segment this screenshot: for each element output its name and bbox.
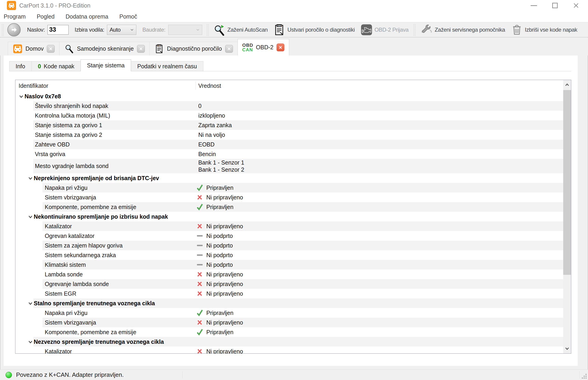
cross-icon bbox=[195, 193, 204, 202]
subtab-label: Kode napak bbox=[44, 63, 74, 70]
table-row[interactable]: Komponente, pomembne za emisijePripravlj… bbox=[15, 327, 563, 337]
connection-led-icon bbox=[5, 372, 12, 378]
table-row[interactable]: Mesto vgradnje lambda sondBank 1 - Senzo… bbox=[15, 159, 563, 173]
identifier-label: Stalno spremljanje trenutnega voznega ci… bbox=[34, 300, 155, 307]
maximize-button[interactable] bbox=[544, 0, 566, 11]
address-input[interactable] bbox=[47, 25, 69, 35]
identifier-label: Vrsta goriva bbox=[35, 151, 65, 157]
value-text: Ni pripravljeno bbox=[206, 223, 243, 230]
table-row[interactable]: Lambda sondeNi pripravljeno bbox=[15, 269, 563, 279]
scroll-up-button[interactable] bbox=[563, 80, 571, 90]
tree-chevron-icon[interactable] bbox=[27, 301, 33, 306]
identifier-label: Nekontinuirano spremljanje po izbrisu ko… bbox=[34, 213, 168, 220]
menu-item-pomoč[interactable]: Pomoč bbox=[119, 13, 137, 20]
value-cell: Ni podprto bbox=[195, 260, 563, 269]
identifier-label: Katalizator bbox=[45, 348, 72, 354]
tab-close-button[interactable] bbox=[225, 45, 233, 53]
table-row[interactable]: KatalizatorNi pripravljeno bbox=[15, 221, 563, 231]
value-cell: izklopljeno bbox=[195, 112, 563, 119]
cross-icon bbox=[195, 222, 204, 230]
close-button[interactable] bbox=[566, 0, 587, 11]
table-row[interactable]: Neprekinjeno spremljanje od brisanja DTC… bbox=[15, 173, 563, 183]
table-row[interactable]: Sistem vbrizgavanjaNi pripravljeno bbox=[15, 318, 563, 327]
autoscan-button[interactable]: Zaženi AutoScan bbox=[211, 23, 270, 37]
subtab-stanje-sistema[interactable]: Stanje sistema bbox=[81, 59, 131, 71]
chevron-up-icon bbox=[565, 82, 570, 88]
column-divider[interactable] bbox=[195, 81, 196, 90]
table-row[interactable]: Naslov 0x7e8 bbox=[15, 92, 563, 101]
identifier-label: Število shranjenih kod napak bbox=[35, 103, 108, 109]
tab-close-button[interactable] bbox=[137, 45, 145, 53]
tree-chevron-icon[interactable] bbox=[27, 175, 33, 181]
obd2-tab-page: Info0Kode napakStanje sistemaPodatki v r… bbox=[4, 56, 578, 366]
table-row[interactable]: Sistem sekundarnega zrakaNi podprto bbox=[15, 250, 563, 260]
scrollbar-thumb[interactable] bbox=[563, 90, 571, 275]
table-row[interactable]: KatalizatorNi pripravljeno bbox=[15, 346, 563, 354]
tab-close-button[interactable] bbox=[47, 45, 55, 53]
value-text: Pripravljen bbox=[206, 310, 233, 316]
obd2-login-button[interactable]: OBD-2 Prijava bbox=[358, 23, 411, 37]
dash-icon bbox=[195, 231, 204, 240]
status-message: Povezano z K+CAN. Adapter pripravljen. bbox=[16, 371, 124, 378]
tree-chevron-icon[interactable] bbox=[27, 339, 33, 344]
table-row[interactable]: Stanje sistema za gorivo 1Zaprta zanka bbox=[15, 120, 563, 130]
bus-select[interactable]: Auto bbox=[107, 25, 136, 35]
menu-item-dodatna-oprema[interactable]: Dodatna oprema bbox=[66, 13, 108, 20]
resize-grip[interactable] bbox=[582, 374, 587, 379]
tab-domov[interactable]: Domov bbox=[8, 42, 60, 56]
menu-item-pogled[interactable]: Pogled bbox=[37, 13, 55, 20]
table-row[interactable]: Napaka pri vžiguPripravljen bbox=[15, 308, 563, 318]
subtab-kode-napak[interactable]: 0Kode napak bbox=[31, 61, 81, 71]
tree-chevron-icon[interactable] bbox=[27, 214, 33, 219]
table-row[interactable]: Ogrevan katalizatorNi podprto bbox=[15, 231, 563, 241]
identifier-label: Lambda sonde bbox=[45, 271, 83, 278]
table-row[interactable]: Stanje sistema za gorivo 2Ni na voljo bbox=[15, 130, 563, 140]
clear-fault-codes-button[interactable]: Izbriši vse kode napak bbox=[508, 23, 580, 37]
tab-close-button[interactable] bbox=[276, 43, 284, 51]
menubar: ProgramPogledDodatna opremaPomoč bbox=[0, 11, 588, 22]
connect-arrow-button[interactable] bbox=[7, 23, 21, 37]
table-row[interactable]: Ogrevanje lambda sondeNi pripravljeno bbox=[15, 279, 563, 289]
tree-chevron-icon[interactable] bbox=[18, 94, 24, 99]
table-row[interactable]: Sistem EGRNi pripravljeno bbox=[15, 289, 563, 298]
identifier-cell: Klimatski sistem bbox=[15, 262, 195, 268]
value-cell: Pripravljen bbox=[195, 328, 563, 337]
table-row[interactable]: Nekontinuirano spremljanje po izbrisu ko… bbox=[15, 212, 563, 221]
vertical-scrollbar[interactable] bbox=[563, 80, 571, 353]
menu-item-program[interactable]: Program bbox=[4, 13, 26, 20]
identifier-cell: Mesto vgradnje lambda sond bbox=[15, 163, 195, 169]
table-row[interactable]: Klimatski sistemNi podprto bbox=[15, 260, 563, 269]
table-row[interactable]: Število shranjenih kod napak0 bbox=[15, 101, 563, 111]
table-row[interactable]: Stalno spremljanje trenutnega voznega ci… bbox=[15, 298, 563, 308]
service-assistant-button[interactable]: Zaženi servisnega pomočnika bbox=[418, 23, 508, 37]
table-row[interactable]: Zahteve OBDEOBD bbox=[15, 140, 563, 149]
value-text: Zaprta zanka bbox=[198, 122, 232, 129]
column-header-value[interactable]: Vrednost bbox=[198, 80, 221, 92]
table-row[interactable]: Sistem za zajem hlapov gorivaNi podprto bbox=[15, 241, 563, 250]
toolbar-gripper bbox=[206, 24, 209, 36]
value-cell: EOBD bbox=[195, 141, 563, 148]
identifier-cell: Komponente, pomembne za emisije bbox=[15, 204, 195, 210]
statusbar-separator bbox=[183, 371, 183, 378]
table-row[interactable]: Vrsta gorivaBencin bbox=[15, 149, 563, 159]
value-text: EOBD bbox=[198, 141, 215, 148]
table-row[interactable]: Komponente, pomembne za emisijePripravlj… bbox=[15, 202, 563, 212]
table-row[interactable]: Napaka pri vžiguPripravljen bbox=[15, 183, 563, 192]
value-text: Ni na voljo bbox=[198, 132, 225, 138]
table-row[interactable]: Nezvezno spremljanje trenutnega voznega … bbox=[15, 337, 563, 346]
cross-icon bbox=[195, 318, 204, 327]
diagnostic-report-button[interactable]: OBDUstvari poročilo o diagnostiki bbox=[271, 23, 357, 37]
scroll-down-button[interactable] bbox=[563, 343, 571, 353]
tab-autoscan[interactable]: Samodejno skeniranje bbox=[59, 42, 149, 56]
window-controls bbox=[523, 0, 587, 11]
subtab-info[interactable]: Info bbox=[9, 61, 32, 71]
table-row[interactable]: Sistem vbrizgavanjaNi pripravljeno bbox=[15, 192, 563, 202]
minimize-button[interactable] bbox=[523, 0, 544, 11]
column-header-identifier[interactable]: Identifikator bbox=[19, 80, 48, 92]
subtab-realtime[interactable]: Podatki v realnem času bbox=[131, 61, 203, 71]
tab-report[interactable]: OBDDiagnostično poročilo bbox=[149, 42, 238, 56]
dash-icon bbox=[195, 260, 204, 269]
table-row[interactable]: Kontrolna lučka motorja (MIL)izklopljeno bbox=[15, 111, 563, 120]
tab-obd2[interactable]: OBDCANOBD-2 bbox=[237, 39, 289, 56]
identifier-label: Mesto vgradnje lambda sond bbox=[35, 163, 108, 169]
